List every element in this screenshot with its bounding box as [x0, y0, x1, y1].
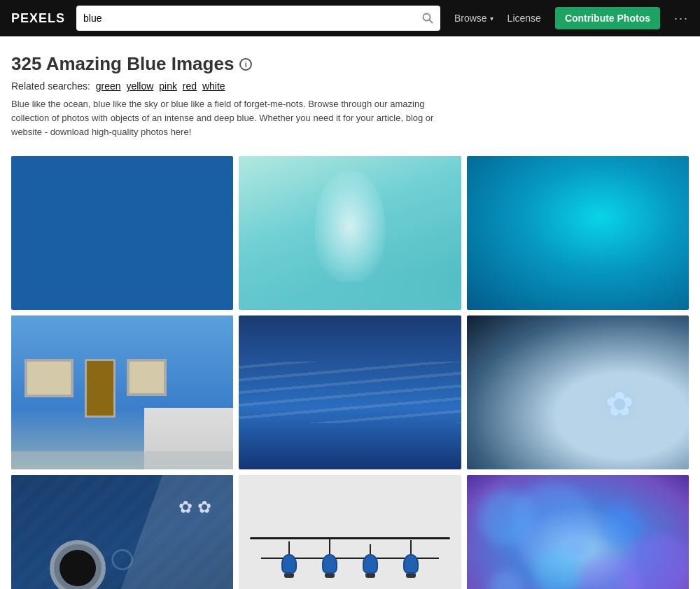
search-icon	[422, 13, 433, 24]
logo[interactable]: PEXELS	[11, 11, 65, 26]
photo-4[interactable]	[11, 315, 233, 469]
chevron-down-icon: ▾	[490, 15, 493, 22]
search-button[interactable]	[422, 13, 433, 24]
info-icon[interactable]: i	[239, 58, 252, 71]
more-options-button[interactable]: ···	[674, 11, 689, 26]
photo-grid: ✿ ✿	[11, 156, 689, 589]
photo-8[interactable]	[239, 475, 461, 589]
photo-6[interactable]	[467, 315, 689, 469]
related-link-pink[interactable]: pink	[159, 80, 177, 92]
search-input[interactable]	[83, 13, 422, 24]
related-link-red[interactable]: red	[183, 80, 197, 92]
site-header: PEXELS Browse ▾ License Contribute Photo…	[0, 0, 700, 36]
page-title: 325 Amazing Blue Images i	[11, 53, 689, 75]
main-content: 325 Amazing Blue Images i Related search…	[0, 36, 700, 589]
browse-link[interactable]: Browse ▾	[454, 13, 493, 24]
photo-9[interactable]	[467, 475, 689, 589]
related-searches: Related searches: green yellow pink red …	[11, 80, 689, 92]
related-link-yellow[interactable]: yellow	[126, 80, 153, 92]
contribute-button[interactable]: Contribute Photos	[555, 7, 660, 29]
license-link[interactable]: License	[507, 13, 541, 24]
page-description: Blue like the ocean, blue like the sky o…	[11, 97, 459, 139]
related-link-green[interactable]: green	[96, 80, 121, 92]
main-nav: Browse ▾ License Contribute Photos ···	[454, 7, 689, 29]
svg-line-1	[430, 20, 433, 23]
photo-1[interactable]	[11, 156, 233, 310]
photo-3[interactable]	[467, 156, 689, 310]
photo-2[interactable]	[239, 156, 461, 310]
search-bar	[76, 6, 440, 31]
photo-7[interactable]: ✿ ✿	[11, 475, 233, 589]
photo-5[interactable]	[239, 315, 461, 469]
related-link-white[interactable]: white	[202, 80, 225, 92]
